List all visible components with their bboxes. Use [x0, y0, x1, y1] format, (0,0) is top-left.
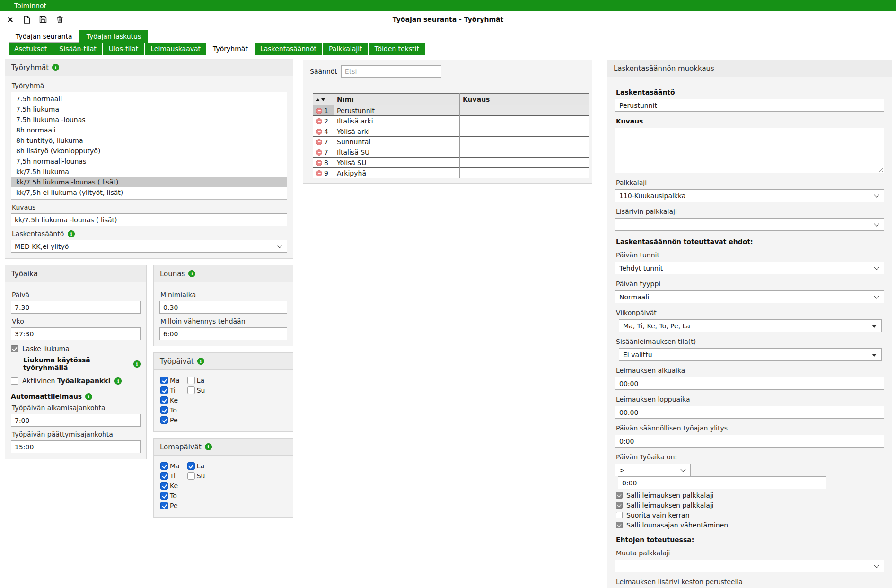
checkbox[interactable]	[11, 345, 18, 352]
list-item[interactable]: 8h normaali	[11, 125, 287, 135]
tyoaikapankki-checkbox-row[interactable]: Aktiivinen Työaikapankki i	[11, 377, 141, 385]
tyoaika-raja-input[interactable]	[618, 476, 826, 489]
laskentasaanto-select[interactable]: MED KK,ei ylityö	[11, 240, 287, 253]
list-item[interactable]: 7.5h normaali	[11, 94, 287, 104]
checkbox[interactable]	[160, 492, 168, 500]
sub-tab[interactable]: Asetukset	[9, 43, 53, 55]
checkbox[interactable]	[160, 502, 168, 509]
remove-icon[interactable]	[316, 170, 322, 176]
viikonpaivat-select[interactable]: Ma, Ti, Ke, To, Pe, La	[619, 319, 882, 332]
trash-icon[interactable]	[54, 14, 65, 25]
info-icon[interactable]: i	[205, 443, 212, 450]
checkbox[interactable]	[616, 522, 623, 528]
saannot-search-input[interactable]	[341, 65, 441, 78]
checkbox[interactable]	[160, 462, 168, 470]
kuvaus-input[interactable]	[11, 213, 287, 226]
rule-description-cell[interactable]	[460, 158, 589, 168]
remove-icon[interactable]	[316, 108, 322, 114]
day-checkbox-row[interactable]: To	[160, 406, 180, 414]
list-item[interactable]: kk/7.5h liukuma -lounas ( lisät)	[11, 177, 287, 187]
main-tab[interactable]: Työajan laskutus	[79, 30, 149, 43]
paivan-tunnit-select[interactable]: Tehdyt tunnit	[615, 262, 884, 274]
sort-header-cell[interactable]	[313, 94, 334, 105]
day-checkbox-row[interactable]: Ti	[160, 472, 180, 480]
laske-liukuma-checkbox-row[interactable]: Laske liukuma	[11, 345, 141, 352]
leimauksen-loppuaika-input[interactable]	[615, 406, 884, 419]
sub-tab[interactable]: Töiden tekstit	[369, 43, 425, 55]
day-checkbox-row[interactable]: Pe	[160, 416, 180, 424]
sub-tab[interactable]: Työryhmät	[207, 43, 254, 55]
checkbox[interactable]	[160, 416, 168, 424]
remove-icon[interactable]	[316, 160, 322, 166]
palkkalaji-select[interactable]: 110-Kuukausipalkka	[615, 189, 884, 202]
rule-description-cell[interactable]	[460, 137, 589, 147]
remove-icon[interactable]	[316, 129, 322, 135]
muuta-palkkalaji-select[interactable]	[615, 560, 884, 572]
rule-description-cell[interactable]	[460, 105, 589, 116]
main-tab[interactable]: Työajan seuranta	[9, 30, 79, 43]
list-item[interactable]: 8h tuntityö, liukuma	[11, 135, 287, 146]
day-checkbox-row[interactable]: Su	[187, 386, 205, 394]
tyoryhma-listbox[interactable]: 7.5h normaali7.5h liukuma7.5h liukuma -l…	[11, 92, 287, 200]
list-item[interactable]: 8h lisätyö (vkonlopputyö)	[11, 146, 287, 156]
rule-name-cell[interactable]: Sunnuntai	[334, 137, 460, 147]
rule-name-cell[interactable]: Yölisä arki	[334, 126, 460, 137]
alkamisajankohta-input[interactable]	[11, 414, 141, 427]
kuvaus-textarea[interactable]	[615, 128, 884, 173]
checkbox[interactable]	[187, 472, 195, 480]
rule-name-cell[interactable]: Yölisä SU	[334, 158, 460, 168]
info-icon[interactable]: i	[68, 230, 75, 237]
checkbox[interactable]	[160, 482, 168, 490]
rule-name-cell[interactable]: Iltalisä arki	[334, 116, 460, 126]
day-checkbox-row[interactable]: La	[187, 377, 205, 384]
vko-input[interactable]	[11, 327, 141, 340]
checkbox[interactable]	[616, 512, 623, 518]
laskentasaanto-input[interactable]	[615, 99, 884, 112]
sub-tab[interactable]: Sisään-tilat	[53, 43, 102, 55]
sisaanleimauksen-tilat-select[interactable]: Ei valittu	[619, 348, 882, 361]
remove-icon[interactable]	[316, 139, 322, 145]
minimiaika-input[interactable]	[159, 301, 287, 314]
info-icon[interactable]: i	[188, 270, 195, 277]
rule-name-cell[interactable]: Perustunnit	[334, 105, 460, 116]
day-checkbox-row[interactable]: Ke	[160, 396, 180, 404]
checkbox[interactable]	[187, 377, 195, 384]
paiva-input[interactable]	[11, 301, 141, 314]
day-checkbox-row[interactable]: Pe	[160, 502, 180, 509]
rule-name-cell[interactable]: Iltalisä SU	[334, 147, 460, 158]
list-item[interactable]: 7,5h normaali-lounas	[11, 156, 287, 167]
checkbox[interactable]	[160, 472, 168, 480]
day-checkbox-row[interactable]: La	[187, 462, 205, 470]
sub-tab[interactable]: Leimauskaavat	[145, 43, 206, 55]
day-checkbox-row[interactable]: Ma	[160, 462, 180, 470]
paattymisajankohta-input[interactable]	[11, 440, 141, 453]
sort-ascending-icon[interactable]	[316, 98, 320, 101]
tyoaika-vertailu-select[interactable]: >	[615, 464, 691, 476]
rule-description-cell[interactable]	[460, 116, 589, 126]
save-icon[interactable]	[38, 14, 48, 25]
sub-tab[interactable]: Ulos-tilat	[103, 43, 144, 55]
sub-tab[interactable]: Laskentasäännöt	[255, 43, 322, 55]
checkbox[interactable]	[160, 406, 168, 414]
remove-icon[interactable]	[316, 118, 322, 124]
table-row[interactable]: 1Perustunnit	[313, 105, 589, 116]
checkbox[interactable]	[160, 396, 168, 404]
info-icon[interactable]: i	[114, 377, 122, 385]
day-checkbox-row[interactable]: Ke	[160, 482, 180, 490]
rule-description-cell[interactable]	[460, 147, 589, 158]
remove-icon[interactable]	[316, 149, 322, 156]
day-checkbox-row[interactable]: Ma	[160, 377, 180, 384]
table-row[interactable]: 7Iltalisä SU	[313, 147, 589, 158]
rule-name-cell[interactable]: Arkipyhä	[334, 168, 460, 178]
list-item[interactable]: 7.5h liukuma	[11, 104, 287, 114]
salli-leimauksen-palkkalaji-checkbox-1[interactable]: Salli leimauksen palkkalaji	[616, 491, 884, 499]
tyoajan-ylitys-input[interactable]	[615, 435, 884, 448]
list-item[interactable]: 7.5h liukuma -lounas	[11, 114, 287, 125]
day-checkbox-row[interactable]: To	[160, 492, 180, 500]
list-item[interactable]: kk/7.5h liukuma	[11, 167, 287, 177]
vahennys-input[interactable]	[159, 327, 287, 340]
table-row[interactable]: 7Sunnuntai	[313, 137, 589, 147]
info-icon[interactable]: i	[52, 64, 59, 71]
column-header-nimi[interactable]: Nimi	[334, 94, 460, 105]
sort-descending-icon[interactable]	[321, 98, 325, 101]
